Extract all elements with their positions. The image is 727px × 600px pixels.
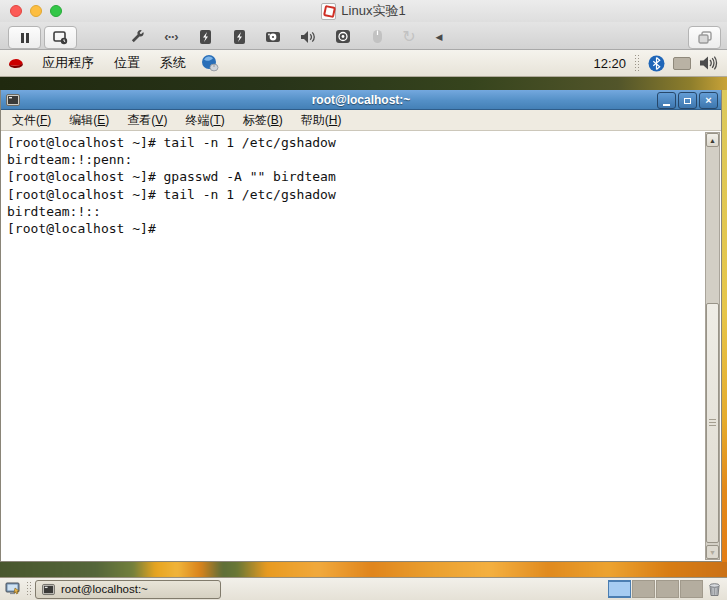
terminal-title: root@localhost:~ [1, 93, 721, 107]
workspace-3[interactable] [656, 580, 679, 598]
places-label: 位置 [114, 54, 140, 72]
panel-clock[interactable]: 12:20 [593, 56, 626, 71]
menu-tabs[interactable]: 标签(B) [234, 112, 292, 129]
hard-disk-icon [199, 29, 212, 45]
trash-icon[interactable] [707, 581, 722, 597]
hard-disk-icon [233, 29, 246, 45]
terminal-maximize-button[interactable] [678, 92, 697, 109]
snapshot-button[interactable] [44, 26, 77, 49]
workspace-2[interactable] [632, 580, 655, 598]
menu-help[interactable]: 帮助(H) [292, 112, 351, 129]
vm-settings-button[interactable] [122, 26, 152, 47]
gnome-bottom-panel: root@localhost:~ [0, 577, 727, 600]
hard-disk-1-button[interactable] [190, 26, 220, 47]
snapshot-icon [53, 31, 68, 45]
keyboard-indicator-icon[interactable] [673, 57, 691, 70]
show-desktop-button[interactable] [0, 578, 26, 600]
terminal-scrollbar[interactable]: ▲ ▼ [705, 132, 720, 560]
scroll-down-icon: ▼ [709, 549, 716, 556]
terminal-line: birdteam:!:penn: [7, 151, 701, 168]
terminal-window: root@localhost:~ × 文件(F) 编辑(E) 查看(V) 终端(… [0, 90, 722, 562]
terminal-icon [42, 584, 55, 595]
wrench-icon [130, 29, 145, 44]
desktop-wallpaper-right [722, 90, 727, 577]
workspace-1[interactable] [608, 580, 631, 598]
panel-menu-system[interactable]: 系统 [150, 50, 196, 76]
terminal-body[interactable]: [root@localhost ~]# tail -n 1 /etc/gshad… [1, 131, 721, 561]
task-label: root@localhost:~ [61, 583, 148, 595]
sync-button[interactable]: ↻ [394, 26, 424, 47]
taskbar-right-area [607, 580, 727, 598]
terminal-window-controls: × [657, 92, 718, 109]
web-browser-icon [200, 54, 219, 72]
taskbar-drag-handle[interactable] [26, 581, 32, 597]
window-title: Linux实验1 [341, 2, 405, 20]
cd-drive-button[interactable] [258, 26, 288, 47]
collapse-toolbar-icon: ◀ [436, 32, 443, 42]
camera-icon [335, 29, 351, 44]
system-label: 系统 [160, 54, 186, 72]
maximize-icon [684, 98, 691, 104]
network-adapter-button[interactable]: ‹··› [156, 26, 186, 47]
terminal-minimize-button[interactable] [657, 92, 676, 109]
fullscreen-button[interactable] [688, 26, 721, 49]
overlapping-windows-icon [698, 31, 712, 44]
bluetooth-icon[interactable] [648, 55, 665, 72]
cd-drive-icon [265, 30, 281, 44]
sync-icon: ↻ [402, 27, 415, 46]
workspace-switcher [607, 580, 703, 598]
desktop-wallpaper-bottom [0, 562, 727, 577]
scroll-down-button[interactable]: ▼ [706, 545, 719, 559]
panel-menu-applications[interactable]: 应用程序 [32, 50, 104, 76]
redhat-menu-button[interactable] [0, 50, 32, 76]
vm-document-icon [321, 3, 336, 20]
usb-mouse-icon [372, 29, 383, 44]
gnome-top-panel: 应用程序 位置 系统 12:20 [0, 50, 727, 77]
terminal-menubar: 文件(F) 编辑(E) 查看(V) 终端(T) 标签(B) 帮助(H) [1, 110, 721, 131]
taskbar-terminal-task[interactable]: root@localhost:~ [35, 580, 221, 599]
speaker-icon [300, 30, 316, 44]
menu-view[interactable]: 查看(V) [118, 112, 176, 129]
scrollbar-grip [709, 419, 716, 427]
minimize-icon [663, 104, 670, 106]
panel-drag-handle[interactable] [634, 54, 640, 72]
terminal-line: [root@localhost ~]# tail -n 1 /etc/gshad… [7, 186, 701, 203]
scrollbar-thumb[interactable] [706, 303, 719, 543]
camera-button[interactable] [328, 26, 358, 47]
window-title-area: Linux实验1 [0, 0, 727, 22]
sound-button[interactable] [293, 26, 323, 47]
volume-icon[interactable] [699, 55, 719, 71]
collapse-toolbar-button[interactable]: ◀ [424, 26, 454, 47]
pause-vm-button[interactable] [8, 26, 41, 49]
workspace-4[interactable] [680, 580, 703, 598]
network-adapter-icon: ‹··› [164, 29, 177, 44]
panel-menus: 应用程序 位置 系统 [0, 50, 223, 76]
show-desktop-icon [5, 582, 21, 596]
applications-label: 应用程序 [42, 54, 94, 72]
terminal-output: [root@localhost ~]# tail -n 1 /etc/gshad… [7, 134, 701, 237]
panel-status-area: 12:20 [593, 50, 727, 76]
terminal-titlebar[interactable]: root@localhost:~ × [1, 90, 721, 110]
redhat-icon [6, 55, 26, 71]
terminal-icon [6, 94, 20, 106]
terminal-line: [root@localhost ~]# tail -n 1 /etc/gshad… [7, 134, 701, 151]
close-icon: × [705, 95, 711, 106]
scroll-up-icon: ▲ [709, 137, 716, 144]
desktop-wallpaper-top [0, 77, 727, 90]
terminal-line: [root@localhost ~]# [7, 220, 701, 237]
terminal-line: [root@localhost ~]# gpasswd -A "" birdte… [7, 168, 701, 185]
hard-disk-2-button[interactable] [224, 26, 254, 47]
web-browser-launcher[interactable] [196, 50, 223, 76]
terminal-close-button[interactable]: × [699, 92, 718, 109]
menu-terminal[interactable]: 终端(T) [176, 112, 233, 129]
mac-titlebar: Linux实验1 [0, 0, 727, 22]
vmware-fusion-window: Linux实验1 ‹··› [0, 0, 727, 600]
pause-icon [19, 32, 31, 44]
panel-menu-places[interactable]: 位置 [104, 50, 150, 76]
menu-file[interactable]: 文件(F) [3, 112, 60, 129]
terminal-line: birdteam:!:: [7, 203, 701, 220]
vm-toolbar: ‹··› [0, 22, 727, 50]
usb-device-button[interactable] [362, 26, 392, 47]
menu-edit[interactable]: 编辑(E) [60, 112, 118, 129]
scroll-up-button[interactable]: ▲ [706, 133, 719, 147]
